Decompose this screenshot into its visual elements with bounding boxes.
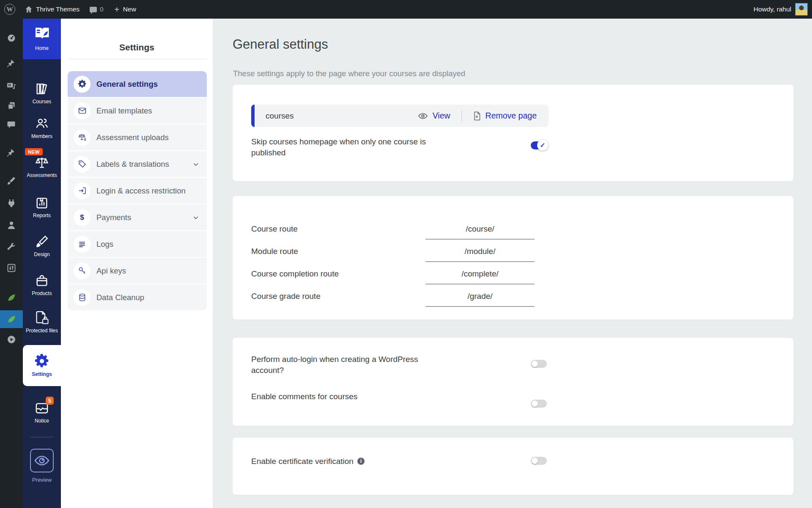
links-separator: [461, 110, 462, 121]
enable-comments-toggle[interactable]: ✓: [531, 400, 547, 408]
admin-bar-new[interactable]: + New: [115, 5, 136, 14]
login-arrow-icon: [74, 182, 91, 199]
sidebar-item-label: Assessments: [23, 172, 61, 179]
enable-comments-label: Enable comments for courses: [251, 391, 446, 402]
menu-item-login-access[interactable]: Login & access restriction: [68, 178, 207, 204]
wp-admin-rail: [0, 19, 23, 508]
route-label: Course grade route: [251, 292, 420, 307]
routes-card: Course route /course/ Module route /modu…: [233, 196, 793, 320]
route-row: Course route /course/: [251, 217, 771, 240]
menu-item-labels-translations[interactable]: Labels & translations: [68, 151, 207, 177]
thrive-book-logo-icon: [33, 26, 51, 41]
menu-item-label: Labels & translations: [96, 160, 169, 169]
toggle-check-icon: ✓: [540, 141, 546, 149]
dashboard-icon[interactable]: [6, 33, 16, 43]
gear-icon: [74, 76, 91, 93]
chevron-down-icon[interactable]: [192, 161, 199, 168]
menu-item-label: Email templates: [96, 106, 152, 116]
comment-bubble-icon: [90, 7, 97, 12]
sidebar-item-notice[interactable]: 5 Notice: [23, 402, 61, 424]
menu-item-payments[interactable]: $ Payments: [68, 204, 207, 230]
users-icon[interactable]: [6, 220, 16, 230]
view-label: View: [433, 111, 450, 121]
eye-icon: [417, 112, 428, 120]
menu-item-general-settings[interactable]: General settings: [68, 71, 207, 97]
settings-sliders-icon[interactable]: [6, 263, 16, 273]
wp-admin-bar: W Thrive Themes 0 + New Howdy, rahul: [0, 0, 812, 19]
route-label: Course route: [251, 224, 420, 240]
certificate-label: Enable certificate verification: [251, 456, 354, 467]
menu-item-label: Data Cleanup: [96, 293, 144, 302]
tools-wrench-icon[interactable]: [6, 242, 16, 252]
route-label: Module route: [251, 247, 420, 262]
sidebar-item-protected-files[interactable]: Protected files: [23, 310, 61, 334]
plus-icon: +: [115, 5, 119, 14]
posts-pin-icon[interactable]: [6, 59, 16, 69]
route-row: Course grade route /grade/: [251, 284, 771, 307]
grade-route-input[interactable]: /grade/: [425, 292, 535, 307]
sidebar-item-label: Protected files: [23, 327, 61, 334]
pin-icon[interactable]: [6, 149, 16, 159]
route-row: Course completion route /complete/: [251, 262, 771, 284]
media-icon[interactable]: [6, 81, 16, 91]
sidebar-item-members[interactable]: Members: [23, 116, 61, 140]
remove-page-link[interactable]: Remove page: [473, 111, 537, 121]
video-play-icon[interactable]: [6, 334, 16, 345]
options-card: Perform auto-login when creating a WordP…: [233, 338, 793, 426]
howdy-menu[interactable]: Howdy, rahul: [754, 6, 791, 13]
menu-item-logs[interactable]: Logs: [68, 231, 207, 257]
sidebar-divider: [30, 437, 53, 437]
completion-route-input[interactable]: /complete/: [425, 269, 535, 284]
plugins-icon[interactable]: [6, 198, 16, 208]
panel-divider: [68, 59, 207, 59]
sidebar-item-settings[interactable]: Settings: [23, 345, 61, 386]
certificate-row: Enable certificate verification i: [251, 456, 471, 467]
howdy-text: Howdy, rahul: [754, 6, 791, 13]
menu-item-api-keys[interactable]: Api keys: [68, 258, 207, 284]
menu-item-data-cleanup[interactable]: Data Cleanup: [68, 284, 207, 310]
module-route-input[interactable]: /module/: [425, 247, 535, 262]
sidebar-item-preview[interactable]: Preview: [23, 449, 61, 484]
notice-count-badge: 5: [46, 397, 54, 405]
tag-icon: [74, 156, 91, 173]
thrive-active-item[interactable]: [0, 310, 23, 328]
paint-brush-icon: [35, 235, 49, 249]
sidebar-item-assessments[interactable]: NEW Assessments: [23, 155, 61, 179]
new-label: New: [123, 6, 136, 13]
sidebar-item-products[interactable]: Products: [23, 273, 61, 297]
admin-bar-site[interactable]: Thrive Themes: [25, 5, 80, 14]
comments-icon[interactable]: [6, 120, 16, 130]
admin-bar-comments[interactable]: 0: [90, 6, 104, 13]
appearance-brush-icon[interactable]: [6, 176, 16, 186]
course-page-name: courses: [266, 111, 294, 121]
sidebar-item-home[interactable]: Home: [23, 19, 61, 59]
chevron-down-icon[interactable]: [192, 214, 199, 221]
gear-icon: [34, 353, 49, 369]
people-group-icon: [34, 116, 49, 131]
sidebar-item-label: Preview: [23, 476, 61, 484]
main-content: General settings These settings apply to…: [213, 19, 812, 508]
sidebar-item-reports[interactable]: Reports: [23, 196, 61, 219]
skip-homepage-toggle[interactable]: ✓: [531, 141, 547, 149]
course-route-input[interactable]: /course/: [425, 224, 535, 240]
menu-item-label: Payments: [96, 213, 131, 222]
avatar[interactable]: [795, 3, 808, 16]
sidebar-item-design[interactable]: Design: [23, 235, 61, 258]
info-icon[interactable]: i: [357, 458, 365, 465]
pages-icon[interactable]: [6, 101, 16, 111]
menu-item-assessment-uploads[interactable]: Assessment uploads: [68, 124, 207, 150]
sidebar-item-courses[interactable]: Courses: [23, 82, 61, 105]
certificate-toggle[interactable]: ✓: [531, 457, 547, 465]
route-label: Course completion route: [251, 269, 420, 284]
thrive-leaf-icon[interactable]: [6, 293, 16, 303]
library-books-icon: [35, 82, 49, 96]
view-page-link[interactable]: View: [417, 111, 450, 121]
auto-login-toggle[interactable]: ✓: [531, 360, 547, 368]
menu-item-label: Assessment uploads: [96, 133, 169, 142]
course-page-card: courses View Remove page Skip courses ho…: [233, 85, 793, 181]
new-badge: NEW: [25, 148, 43, 155]
list-lines-icon: [74, 236, 91, 253]
wordpress-logo-icon[interactable]: W: [4, 4, 15, 15]
home-icon: [25, 5, 33, 14]
menu-item-email-templates[interactable]: Email templates: [68, 98, 207, 124]
